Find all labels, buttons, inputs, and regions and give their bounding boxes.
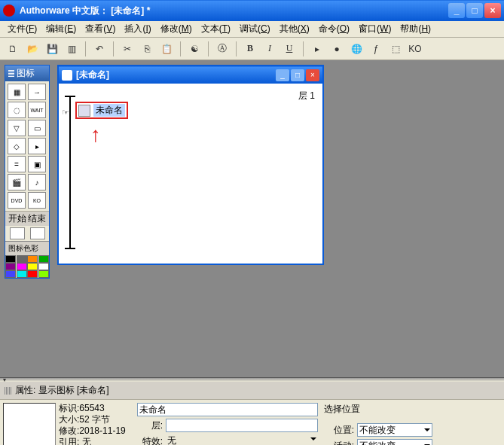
paste-button[interactable]: 📋 bbox=[158, 41, 175, 57]
undo-button[interactable]: ↶ bbox=[91, 41, 108, 57]
layer-label: 层 1 bbox=[298, 90, 315, 102]
properties-titlebar[interactable]: 属性: 显示图标 [未命名] bbox=[0, 382, 504, 400]
copy-button[interactable]: ⎘ bbox=[139, 41, 155, 57]
colors-label: 图标色彩 bbox=[5, 241, 49, 255]
new-button[interactable]: 🗋 bbox=[5, 41, 21, 57]
layer-input[interactable] bbox=[166, 419, 318, 432]
preview-thumbnail bbox=[3, 403, 56, 445]
maximize-button[interactable]: □ bbox=[466, 3, 483, 18]
activity-label: 活动: bbox=[324, 440, 354, 446]
menu-h[interactable]: 帮助(H) bbox=[396, 21, 435, 37]
tool-erase-icon[interactable]: ◌ bbox=[8, 102, 26, 118]
tool-decision-icon[interactable]: ◇ bbox=[8, 138, 26, 154]
tool-sound-icon[interactable]: ♪ bbox=[28, 174, 46, 190]
menu-i[interactable]: 插入(I) bbox=[120, 21, 155, 37]
effect-dropdown[interactable]: 无 bbox=[166, 434, 318, 445]
tool-map-icon[interactable]: ▣ bbox=[28, 156, 46, 172]
position-dropdown[interactable]: 不能改变 bbox=[357, 423, 432, 437]
annotation-arrow-icon: ↑ bbox=[90, 123, 101, 147]
menu-c[interactable]: 调试(C) bbox=[235, 21, 275, 37]
flow-hand-icon: ☞ bbox=[62, 108, 69, 117]
color-swatch[interactable] bbox=[27, 270, 38, 278]
menu-x[interactable]: 其他(X) bbox=[275, 21, 314, 37]
color-swatch[interactable] bbox=[17, 255, 27, 263]
play-button[interactable]: ▸ bbox=[309, 41, 325, 57]
color-swatch[interactable] bbox=[38, 255, 49, 263]
underline-button[interactable]: U bbox=[281, 41, 298, 57]
bold-button[interactable]: B bbox=[242, 41, 258, 57]
layer-field-label: 层: bbox=[137, 419, 163, 432]
end-label: 结束 bbox=[28, 212, 46, 225]
color-swatch[interactable] bbox=[5, 270, 16, 278]
color-swatch[interactable] bbox=[17, 263, 27, 270]
menu-v[interactable]: 查看(V) bbox=[81, 21, 120, 37]
close-button[interactable]: × bbox=[484, 3, 501, 18]
menu-e[interactable]: 编辑(E) bbox=[41, 21, 81, 37]
design-canvas[interactable]: 层 1 ☞ 未命名 ↑ bbox=[59, 84, 322, 264]
italic-button[interactable]: I bbox=[261, 41, 278, 57]
color-swatch[interactable] bbox=[38, 263, 49, 270]
cut-button[interactable]: ✂ bbox=[119, 41, 136, 57]
color-swatch[interactable] bbox=[38, 270, 49, 278]
design-window: [未命名] _ □ × 层 1 ☞ 未命名 ↑ bbox=[57, 65, 324, 265]
tool-calc-icon[interactable]: = bbox=[8, 156, 26, 172]
effect-field-label: 特效: bbox=[137, 435, 163, 446]
tool-nav-icon[interactable]: ▽ bbox=[8, 120, 26, 136]
menu-o[interactable]: 命令(O) bbox=[314, 21, 354, 37]
dw-maximize-button[interactable]: □ bbox=[291, 69, 304, 81]
menu-w[interactable]: 窗口(W) bbox=[354, 21, 396, 37]
icons-panel-label: 图标 bbox=[17, 67, 35, 80]
globe-button[interactable]: 🌐 bbox=[348, 41, 365, 57]
save-button[interactable]: 💾 bbox=[44, 41, 60, 57]
menu-f[interactable]: 文件(F) bbox=[3, 21, 41, 37]
var-button[interactable]: ⬚ bbox=[387, 41, 404, 57]
tool-movie-icon[interactable]: 🎬 bbox=[8, 174, 26, 190]
tool-ko-icon[interactable]: KO bbox=[28, 192, 46, 209]
icons-panel-title[interactable]: 图标 bbox=[5, 66, 49, 81]
open-button[interactable]: 📂 bbox=[24, 41, 41, 57]
design-window-title: [未命名] bbox=[76, 69, 276, 81]
import-button[interactable]: ▥ bbox=[63, 41, 80, 57]
color-swatch[interactable] bbox=[5, 255, 16, 263]
app-icon bbox=[3, 5, 15, 17]
menu-t[interactable]: 文本(T) bbox=[197, 21, 235, 37]
color-swatch[interactable] bbox=[27, 263, 38, 270]
workspace: 图标 ▦→◌WAIT▽▭◇▸=▣🎬♪DVDKO 开始 结束 图标色彩 [未命名]… bbox=[0, 60, 504, 377]
color-swatch[interactable] bbox=[17, 270, 27, 278]
main-toolbar: 🗋📂💾▥↶✂⎘📋☯ⒶBIU▸●🌐ƒ⬚KO bbox=[0, 38, 504, 60]
ko-button[interactable]: KO bbox=[407, 41, 423, 57]
tool-interaction-icon[interactable]: ▸ bbox=[28, 138, 46, 154]
dw-minimize-button[interactable]: _ bbox=[276, 69, 289, 81]
menu-m[interactable]: 修改(M) bbox=[156, 21, 197, 37]
tool-framework-icon[interactable]: ▭ bbox=[28, 120, 46, 136]
main-titlebar: Authorware 中文版： [未命名] * _ □ × bbox=[0, 0, 504, 21]
tool-wait-icon[interactable]: WAIT bbox=[28, 102, 46, 118]
design-window-titlebar[interactable]: [未命名] _ □ × bbox=[59, 66, 322, 84]
tool-display-icon[interactable]: ▦ bbox=[8, 84, 26, 100]
display-icon bbox=[78, 105, 90, 117]
activity-dropdown[interactable]: 不能改变 bbox=[357, 439, 432, 445]
app-title: Authorware 中文版： [未命名] * bbox=[20, 5, 448, 17]
color-swatch[interactable] bbox=[5, 263, 16, 270]
grip-icon bbox=[8, 70, 14, 78]
stop-button[interactable]: ● bbox=[328, 41, 345, 57]
flowline-end bbox=[65, 248, 75, 249]
end-flag-icon[interactable] bbox=[30, 227, 45, 239]
display-icon-label: 未命名 bbox=[93, 104, 125, 117]
position-label: 位置: bbox=[324, 424, 354, 437]
start-flag-icon[interactable] bbox=[10, 227, 25, 239]
color-swatch[interactable] bbox=[27, 255, 38, 263]
flowline bbox=[69, 97, 71, 248]
tool-motion-icon[interactable]: → bbox=[28, 84, 46, 100]
start-label: 开始 bbox=[8, 212, 26, 225]
find-button[interactable]: ☯ bbox=[186, 41, 203, 57]
style-button[interactable]: Ⓐ bbox=[214, 41, 231, 57]
meta-block: 标识:65543 大小:52 字节 修改:2018-11-19 引用: 无 bbox=[59, 403, 134, 445]
dw-close-button[interactable]: × bbox=[306, 69, 319, 81]
icons-panel: 图标 ▦→◌WAIT▽▭◇▸=▣🎬♪DVDKO 开始 结束 图标色彩 bbox=[5, 65, 50, 279]
func-button[interactable]: ƒ bbox=[368, 41, 384, 57]
icon-name-input[interactable] bbox=[137, 403, 318, 416]
display-icon-node[interactable]: 未命名 bbox=[75, 102, 128, 119]
minimize-button[interactable]: _ bbox=[448, 3, 465, 18]
tool-dvd-icon[interactable]: DVD bbox=[8, 192, 26, 209]
